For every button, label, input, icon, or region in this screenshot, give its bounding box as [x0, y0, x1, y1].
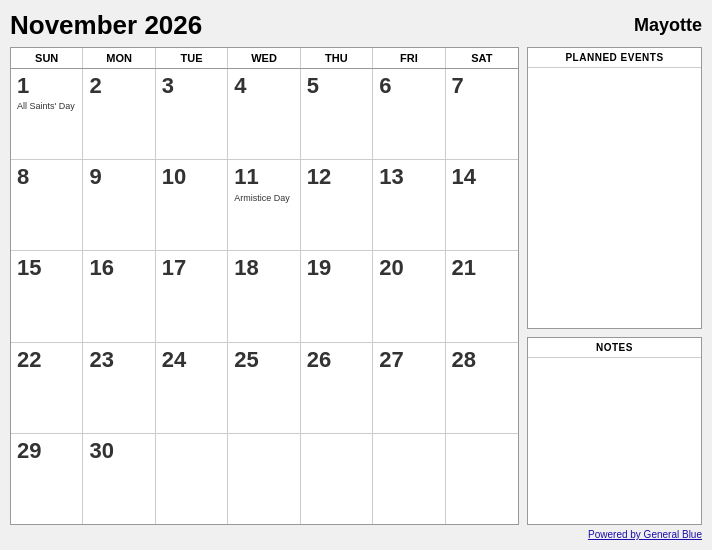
day-number: 16 [89, 255, 148, 281]
calendar-day: 27 [373, 343, 445, 433]
day-number: 13 [379, 164, 438, 190]
calendar-day: 18 [228, 251, 300, 341]
day-number: 10 [162, 164, 221, 190]
day-number: 22 [17, 347, 76, 373]
notes-content [528, 358, 701, 524]
day-number: 9 [89, 164, 148, 190]
calendar-day: 26 [301, 343, 373, 433]
day-number: 15 [17, 255, 76, 281]
powered-by-link[interactable]: Powered by General Blue [588, 529, 702, 540]
planned-events-box: PLANNED EVENTS [527, 47, 702, 329]
notes-header: NOTES [528, 338, 701, 358]
day-number: 29 [17, 438, 76, 464]
calendar-body: 1All Saints' Day234567891011Armistice Da… [11, 69, 518, 524]
calendar-day [228, 434, 300, 524]
day-header-mon: MON [83, 48, 155, 68]
day-number: 28 [452, 347, 512, 373]
calendar-day: 10 [156, 160, 228, 250]
calendar-day: 12 [301, 160, 373, 250]
calendar-day [156, 434, 228, 524]
calendar-day: 3 [156, 69, 228, 159]
calendar-day: 7 [446, 69, 518, 159]
day-number: 6 [379, 73, 438, 99]
day-number: 11 [234, 164, 293, 190]
page-title: November 2026 [10, 10, 202, 41]
planned-events-header: PLANNED EVENTS [528, 48, 701, 68]
calendar-day [373, 434, 445, 524]
calendar-day: 16 [83, 251, 155, 341]
calendar-day: 11Armistice Day [228, 160, 300, 250]
calendar-day: 19 [301, 251, 373, 341]
day-number: 23 [89, 347, 148, 373]
day-number: 5 [307, 73, 366, 99]
day-number: 21 [452, 255, 512, 281]
calendar-week-4: 22232425262728 [11, 343, 518, 434]
day-event: Armistice Day [234, 193, 293, 204]
day-number: 1 [17, 73, 76, 99]
calendar-day: 21 [446, 251, 518, 341]
main-content: SUNMONTUEWEDTHUFRISAT 1All Saints' Day23… [10, 47, 702, 525]
calendar-day: 24 [156, 343, 228, 433]
calendar-day: 17 [156, 251, 228, 341]
calendar-week-5: 2930 [11, 434, 518, 524]
planned-events-content [528, 68, 701, 328]
day-number: 19 [307, 255, 366, 281]
day-number: 4 [234, 73, 293, 99]
calendar-day: 8 [11, 160, 83, 250]
calendar-week-3: 15161718192021 [11, 251, 518, 342]
day-number: 30 [89, 438, 148, 464]
calendar-day: 2 [83, 69, 155, 159]
day-header-wed: WED [228, 48, 300, 68]
day-number: 7 [452, 73, 512, 99]
calendar-day: 9 [83, 160, 155, 250]
page-header: November 2026 Mayotte [10, 10, 702, 41]
sidebar: PLANNED EVENTS NOTES [527, 47, 702, 525]
calendar-day [446, 434, 518, 524]
day-number: 20 [379, 255, 438, 281]
day-header-sun: SUN [11, 48, 83, 68]
calendar-day: 4 [228, 69, 300, 159]
day-header-tue: TUE [156, 48, 228, 68]
calendar-day: 28 [446, 343, 518, 433]
calendar-day: 29 [11, 434, 83, 524]
calendar-header: SUNMONTUEWEDTHUFRISAT [11, 48, 518, 69]
day-event: All Saints' Day [17, 101, 76, 112]
calendar-day: 1All Saints' Day [11, 69, 83, 159]
day-number: 27 [379, 347, 438, 373]
day-number: 17 [162, 255, 221, 281]
calendar-day: 23 [83, 343, 155, 433]
footer: Powered by General Blue [10, 529, 702, 540]
day-number: 14 [452, 164, 512, 190]
calendar-day: 15 [11, 251, 83, 341]
calendar-day: 20 [373, 251, 445, 341]
calendar-day: 25 [228, 343, 300, 433]
calendar: SUNMONTUEWEDTHUFRISAT 1All Saints' Day23… [10, 47, 519, 525]
calendar-day: 30 [83, 434, 155, 524]
day-number: 25 [234, 347, 293, 373]
calendar-day: 14 [446, 160, 518, 250]
notes-box: NOTES [527, 337, 702, 525]
calendar-day: 22 [11, 343, 83, 433]
day-header-sat: SAT [446, 48, 518, 68]
calendar-day: 6 [373, 69, 445, 159]
region-label: Mayotte [634, 15, 702, 36]
day-number: 8 [17, 164, 76, 190]
day-number: 24 [162, 347, 221, 373]
day-number: 26 [307, 347, 366, 373]
calendar-week-2: 891011Armistice Day121314 [11, 160, 518, 251]
calendar-day: 5 [301, 69, 373, 159]
day-number: 18 [234, 255, 293, 281]
calendar-day: 13 [373, 160, 445, 250]
day-number: 3 [162, 73, 221, 99]
day-header-fri: FRI [373, 48, 445, 68]
day-number: 2 [89, 73, 148, 99]
calendar-week-1: 1All Saints' Day234567 [11, 69, 518, 160]
calendar-day [301, 434, 373, 524]
day-number: 12 [307, 164, 366, 190]
day-header-thu: THU [301, 48, 373, 68]
